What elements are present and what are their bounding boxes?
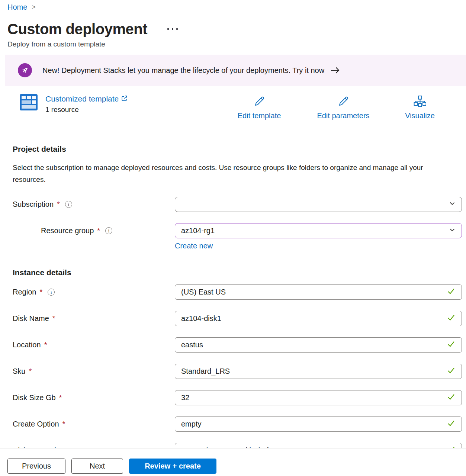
field-label: Disk Size Gb xyxy=(13,393,56,402)
input-value: 32 xyxy=(181,393,447,402)
external-link-icon xyxy=(121,94,128,104)
breadcrumb: Home > xyxy=(7,3,466,12)
valid-check-icon xyxy=(447,445,456,448)
review-create-button[interactable]: Review + create xyxy=(129,459,216,474)
create-option-input[interactable]: empty xyxy=(175,416,462,432)
location-label-cell: Location* xyxy=(13,341,175,349)
pencil-icon xyxy=(337,95,350,110)
pencil-icon xyxy=(253,95,266,110)
valid-check-icon xyxy=(447,366,456,377)
location-row: Location*eastus xyxy=(13,337,466,353)
page-title: Custom deployment xyxy=(7,20,147,38)
edit-template-button[interactable]: Edit template xyxy=(229,95,289,120)
resource-count: 1 resource xyxy=(45,106,128,114)
create-option-row: Create Option*empty xyxy=(13,416,466,432)
required-asterisk: * xyxy=(29,367,32,376)
resource-group-label-cell: Resource group * i xyxy=(13,226,175,235)
next-button[interactable]: Next xyxy=(71,459,123,474)
disk-size-gb-label-cell: Disk Size Gb* xyxy=(13,393,175,402)
required-asterisk: * xyxy=(52,314,55,323)
project-details-heading: Project details xyxy=(13,145,466,154)
info-icon[interactable]: i xyxy=(105,227,112,234)
visualize-button[interactable]: Visualize xyxy=(398,95,442,120)
subscription-dropdown[interactable] xyxy=(175,197,462,212)
footer-action-bar: Previous Next Review + create xyxy=(0,448,466,476)
required-asterisk: * xyxy=(57,200,60,209)
sku-row: Sku*Standard_LRS xyxy=(13,364,466,379)
resource-group-label: Resource group xyxy=(41,226,94,235)
input-value: empty xyxy=(181,420,447,428)
info-icon[interactable]: i xyxy=(48,289,55,296)
action-label: Edit template xyxy=(238,112,281,120)
previous-button[interactable]: Previous xyxy=(7,459,65,474)
subscription-label-cell: Subscription * i xyxy=(13,200,175,209)
info-icon[interactable]: i xyxy=(65,201,72,208)
project-description: Select the subscription to manage deploy… xyxy=(13,162,440,186)
sku-label-cell: Sku* xyxy=(13,367,175,376)
field-label: Region xyxy=(13,288,36,296)
template-actions: Edit template Edit parameters xyxy=(229,95,442,120)
resource-group-row: Resource group * i az104-rg1 xyxy=(13,223,466,238)
instance-fields: Region*i(US) East USDisk Name*az104-disk… xyxy=(13,284,466,448)
edit-parameters-button[interactable]: Edit parameters xyxy=(310,95,377,120)
field-label: Location xyxy=(13,341,41,349)
input-value: Standard_LRS xyxy=(181,367,447,376)
create-new-row: Create new xyxy=(175,242,466,250)
region-input[interactable]: (US) East US xyxy=(175,284,462,300)
customized-template-link[interactable]: Customized template xyxy=(45,94,128,104)
deployment-stacks-banner[interactable]: New! Deployment Stacks let you manage th… xyxy=(5,55,466,86)
required-asterisk: * xyxy=(97,226,100,235)
template-link-label: Customized template xyxy=(45,94,119,104)
org-chart-icon xyxy=(414,95,426,110)
disk-encryption-set-type-row: Disk Encryption Set Type*EncryptionAtRes… xyxy=(13,443,466,448)
title-row: Custom deployment xyxy=(7,20,466,38)
template-text: Customized template 1 resource xyxy=(45,94,128,114)
required-asterisk: * xyxy=(44,341,47,349)
disk-name-label-cell: Disk Name* xyxy=(13,314,175,323)
hierarchy-connector xyxy=(14,213,37,229)
input-value: az104-disk1 xyxy=(181,314,447,323)
page-subtitle: Deploy from a custom template xyxy=(7,40,466,48)
disk-encryption-set-type-input[interactable]: EncryptionAtRestWithPlatformKey xyxy=(175,443,462,448)
valid-check-icon xyxy=(447,287,456,298)
create-new-link[interactable]: Create new xyxy=(175,242,213,250)
template-info: Customized template 1 resource xyxy=(19,94,128,114)
field-label: Create Option xyxy=(13,420,59,428)
template-row: Customized template 1 resource xyxy=(19,94,466,120)
input-value: eastus xyxy=(181,341,447,349)
banner-text: New! Deployment Stacks let you manage th… xyxy=(42,66,324,75)
chevron-right-icon: > xyxy=(32,3,36,11)
arrow-right-icon xyxy=(330,66,340,75)
sku-input[interactable]: Standard_LRS xyxy=(175,364,462,379)
breadcrumb-home-link[interactable]: Home xyxy=(7,3,27,12)
region-row: Region*i(US) East US xyxy=(13,284,466,300)
valid-check-icon xyxy=(447,419,456,430)
template-icon xyxy=(19,94,38,114)
create-option-label-cell: Create Option* xyxy=(13,420,175,428)
disk-name-input[interactable]: az104-disk1 xyxy=(175,311,462,326)
valid-check-icon xyxy=(447,340,456,350)
chevron-down-icon xyxy=(449,226,456,235)
page-content: Home > Custom deployment Deploy from a c… xyxy=(0,0,466,448)
field-label: Disk Name xyxy=(13,314,49,323)
resource-group-value: az104-rg1 xyxy=(181,226,215,235)
subscription-row: Subscription * i xyxy=(13,197,466,212)
required-asterisk: * xyxy=(59,393,62,402)
chevron-down-icon xyxy=(449,200,456,209)
field-label: Sku xyxy=(13,367,25,376)
required-asterisk: * xyxy=(62,420,65,428)
deployment-form: Project details Select the subscription … xyxy=(13,145,466,448)
action-label: Edit parameters xyxy=(317,112,369,120)
required-asterisk: * xyxy=(39,288,42,296)
disk-name-row: Disk Name*az104-disk1 xyxy=(13,311,466,326)
disk-size-gb-input[interactable]: 32 xyxy=(175,390,462,405)
action-label: Visualize xyxy=(405,112,435,120)
resource-group-dropdown[interactable]: az104-rg1 xyxy=(175,223,462,238)
region-label-cell: Region*i xyxy=(13,288,175,296)
subscription-label: Subscription xyxy=(13,200,54,209)
valid-check-icon xyxy=(447,392,456,403)
more-menu-button[interactable] xyxy=(167,26,179,32)
location-input[interactable]: eastus xyxy=(175,337,462,353)
rocket-icon xyxy=(18,63,32,77)
input-value: (US) East US xyxy=(181,288,447,296)
